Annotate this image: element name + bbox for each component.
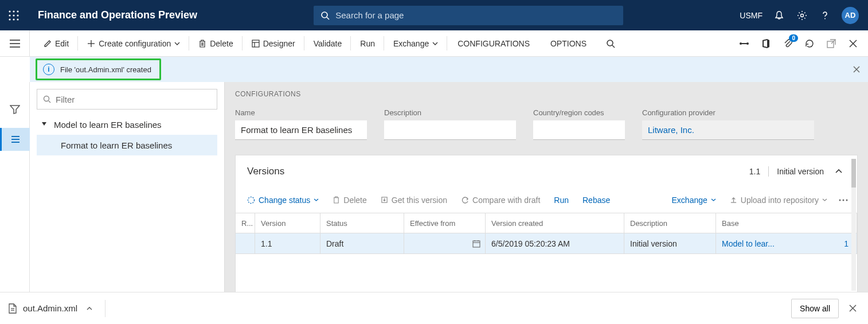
search-icon	[320, 11, 330, 20]
cell-base[interactable]: Model to lear... 1	[716, 233, 857, 253]
run-label: Run	[360, 39, 375, 48]
svg-point-38	[839, 199, 841, 201]
cell-status: Draft	[320, 233, 404, 253]
actionbar-search-button[interactable]	[597, 30, 624, 56]
cell-effective[interactable]	[404, 233, 486, 253]
col-effective[interactable]: Effective from	[404, 213, 486, 233]
tree-parent-label: Model to learn ER baselines	[54, 120, 162, 130]
create-configuration-button[interactable]: Create configuration	[78, 30, 189, 56]
description-field[interactable]	[384, 120, 516, 140]
divider	[768, 166, 769, 177]
nav-hamburger-icon[interactable]	[10, 40, 20, 48]
calendar-icon[interactable]	[472, 240, 480, 248]
svg-rect-18	[252, 40, 259, 47]
versions-grid: R... Version Status Effective from Versi…	[236, 213, 857, 292]
global-search[interactable]	[314, 6, 623, 25]
message-close-icon[interactable]	[853, 66, 860, 73]
filter-box[interactable]	[37, 89, 217, 110]
svg-point-40	[846, 199, 848, 201]
more-actions-icon[interactable]	[835, 199, 851, 201]
validate-button[interactable]: Validate	[304, 30, 351, 56]
filter-rail-icon[interactable]	[7, 102, 23, 118]
exchange-dropdown[interactable]: Exchange	[384, 30, 447, 56]
col-rn[interactable]: R...	[236, 213, 255, 233]
delete-button[interactable]: Delete	[189, 30, 242, 56]
provider-field[interactable]	[642, 120, 814, 140]
compare-button[interactable]: Compare with draft	[455, 191, 546, 209]
close-icon[interactable]	[846, 301, 860, 315]
edit-button[interactable]: Edit	[34, 30, 78, 56]
designer-button[interactable]: Designer	[243, 30, 304, 56]
search-input[interactable]	[335, 10, 616, 20]
download-icon	[381, 196, 388, 204]
info-icon: i	[43, 64, 54, 75]
version-run-label: Run	[554, 196, 569, 205]
upload-repo-button[interactable]: Upload into repository	[724, 191, 833, 209]
configurations-tab[interactable]: CONFIGURATIONS	[447, 30, 540, 56]
header-version: 1.1	[749, 167, 760, 176]
rebase-button[interactable]: Rebase	[577, 191, 616, 209]
show-all-button[interactable]: Show all	[791, 299, 839, 318]
connector-icon[interactable]	[737, 37, 751, 50]
svg-point-0	[9, 10, 10, 12]
company-picker[interactable]: USMF	[740, 11, 763, 20]
versions-card: Versions 1.1 Initial version Change stat…	[235, 155, 858, 292]
help-icon[interactable]	[819, 9, 831, 22]
run-button[interactable]: Run	[351, 30, 384, 56]
caret-down-icon	[41, 121, 48, 128]
app-launcher-icon[interactable]	[5, 6, 23, 25]
left-rail	[0, 82, 30, 292]
downloaded-file[interactable]: out.Admin.xml	[8, 303, 92, 314]
name-field[interactable]	[235, 120, 367, 140]
region-field[interactable]	[533, 120, 625, 140]
col-version[interactable]: Version	[255, 213, 320, 233]
svg-point-4	[13, 14, 14, 16]
get-version-button[interactable]: Get this version	[375, 191, 453, 209]
col-status[interactable]: Status	[320, 213, 404, 233]
svg-point-39	[843, 199, 844, 201]
version-delete-button[interactable]: Delete	[327, 191, 372, 209]
list-rail-icon[interactable]	[0, 128, 30, 151]
message-highlight: i File 'out.Admin.xml' created	[36, 58, 161, 80]
table-row[interactable]: 1.1 Draft 6/5/2019 05:20:23 AM Initial v…	[236, 233, 857, 254]
svg-point-7	[13, 18, 14, 20]
main-panel: CONFIGURATIONS Name Description Country/…	[225, 82, 868, 292]
chevron-up-icon[interactable]	[87, 307, 92, 310]
options-tab[interactable]: OPTIONS	[540, 30, 597, 56]
base-num: 1	[844, 239, 849, 248]
col-created[interactable]: Version created	[486, 213, 624, 233]
svg-point-21	[607, 40, 613, 46]
popout-icon[interactable]	[824, 37, 838, 50]
gear-icon[interactable]	[796, 9, 808, 22]
version-exchange-dropdown[interactable]: Exchange	[666, 191, 722, 209]
close-icon[interactable]	[846, 37, 860, 50]
bell-icon[interactable]	[773, 9, 785, 22]
designer-label: Designer	[263, 39, 295, 48]
download-bar: out.Admin.xml Show all	[0, 292, 868, 324]
tree-child-row[interactable]: Format to learn ER baselines	[37, 135, 217, 155]
section-title: CONFIGURATIONS	[235, 90, 858, 98]
upload-label: Upload into repository	[741, 196, 819, 205]
svg-point-2	[17, 10, 18, 12]
description-label: Description	[384, 108, 516, 117]
collapse-button[interactable]	[832, 165, 846, 178]
svg-point-8	[17, 18, 18, 20]
avatar-initials: AD	[845, 11, 856, 19]
delete-label: Delete	[210, 39, 233, 48]
scrollbar[interactable]	[851, 159, 856, 291]
change-status-dropdown[interactable]: Change status	[241, 191, 324, 209]
col-base[interactable]: Base	[716, 213, 857, 233]
avatar[interactable]: AD	[842, 7, 859, 24]
attachments-icon[interactable]: 0	[781, 37, 795, 50]
svg-point-5	[17, 14, 18, 16]
refresh-icon[interactable]	[803, 37, 816, 50]
chevron-down-icon	[174, 42, 180, 45]
col-description[interactable]: Description	[624, 213, 716, 233]
filter-input[interactable]	[56, 95, 211, 104]
message-bar: i File 'out.Admin.xml' created	[30, 57, 868, 82]
edit-label: Edit	[55, 39, 69, 48]
version-run-button[interactable]: Run	[548, 191, 574, 209]
office-icon[interactable]	[759, 37, 773, 50]
tree-parent-row[interactable]: Model to learn ER baselines	[37, 114, 217, 135]
plus-icon	[87, 40, 95, 48]
